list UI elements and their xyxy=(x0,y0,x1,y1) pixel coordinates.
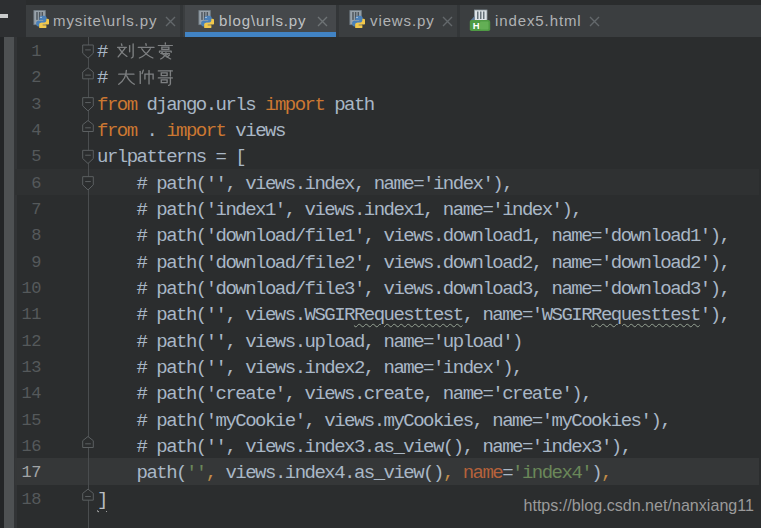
svg-text:H: H xyxy=(473,20,480,31)
